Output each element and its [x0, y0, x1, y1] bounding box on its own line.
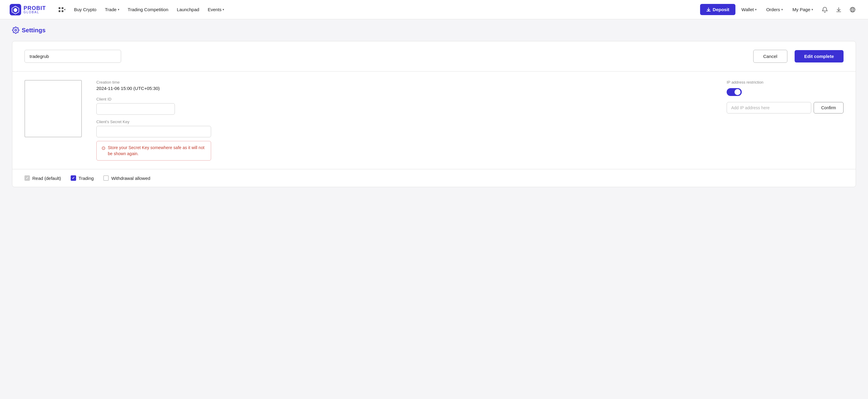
svg-rect-6 — [62, 10, 63, 12]
apps-grid-button[interactable]: ▾ — [56, 4, 68, 15]
ip-toggle[interactable] — [727, 88, 742, 96]
warning-box: ⊙ Store your Secret Key somewhere safe a… — [96, 141, 211, 161]
edit-complete-button[interactable]: Edit complete — [795, 50, 843, 63]
nav-trading-competition[interactable]: Trading Competition — [124, 4, 172, 14]
nav-trade[interactable]: Trade ▾ — [101, 4, 123, 14]
orders-chevron-icon: ▾ — [781, 8, 783, 11]
settings-title: Settings — [12, 27, 856, 34]
ip-address-input[interactable] — [727, 102, 811, 113]
apps-chevron-icon: ▾ — [64, 8, 65, 11]
api-content: Creation time 2024-11-06 15:00 (UTC+05:3… — [25, 80, 843, 161]
ip-restriction-label: IP address restriction — [727, 80, 843, 85]
nav-events[interactable]: Events ▾ — [204, 4, 228, 14]
qr-code — [25, 80, 82, 137]
notifications-button[interactable] — [819, 4, 831, 15]
wallet-chevron-icon: ▾ — [755, 8, 756, 11]
svg-rect-3 — [59, 7, 60, 9]
permission-withdrawal[interactable]: Withdrawal allowed — [103, 175, 150, 181]
svg-point-9 — [15, 29, 17, 31]
logo-icon — [10, 4, 21, 15]
logo-probit: PROBIT — [24, 5, 46, 11]
cancel-button[interactable]: Cancel — [753, 50, 787, 63]
nav-buy-crypto[interactable]: Buy Crypto — [70, 4, 100, 14]
svg-rect-5 — [59, 10, 60, 12]
client-id-input[interactable] — [96, 103, 175, 115]
permission-read[interactable]: ✓ Read (default) — [25, 175, 61, 181]
withdrawal-label: Withdrawal allowed — [111, 176, 150, 181]
creation-time-value: 2024-11-06 15:00 (UTC+05:30) — [96, 86, 712, 91]
page: Settings Cancel Edit complete Creation t… — [0, 19, 868, 194]
secret-key-label: Client's Secret Key — [96, 120, 712, 124]
events-chevron-icon: ▾ — [223, 8, 224, 11]
ip-section: IP address restriction Confirm — [727, 80, 843, 113]
ip-input-row: Confirm — [727, 102, 843, 113]
name-row: Cancel Edit complete — [25, 50, 843, 63]
warning-text: Store your Secret Key somewhere safe as … — [108, 145, 206, 157]
trading-label: Trading — [79, 176, 94, 181]
logo[interactable]: PROBIT GLOBAL — [10, 4, 46, 15]
settings-card: Cancel Edit complete Creation time 2024-… — [12, 41, 856, 187]
permission-trading[interactable]: ✓ Trading — [71, 175, 94, 181]
svg-rect-4 — [62, 7, 63, 9]
permissions-row: ✓ Read (default) ✓ Trading Withdrawal al… — [12, 169, 856, 187]
logo-global: GLOBAL — [24, 11, 46, 14]
withdrawal-checkbox[interactable] — [103, 175, 109, 181]
secret-key-input[interactable] — [96, 126, 211, 137]
header-right: Deposit Wallet ▾ Orders ▾ My Page ▾ — [700, 4, 858, 15]
trade-chevron-icon: ▾ — [118, 8, 119, 11]
client-id-label: Client ID — [96, 97, 712, 101]
deposit-button[interactable]: Deposit — [700, 4, 736, 15]
settings-icon — [12, 27, 19, 34]
name-section: Cancel Edit complete — [12, 41, 856, 71]
name-input[interactable] — [25, 50, 121, 63]
ip-toggle-row — [727, 88, 843, 96]
api-details: Creation time 2024-11-06 15:00 (UTC+05:3… — [96, 80, 712, 161]
nav-mypage[interactable]: My Page ▾ — [789, 4, 817, 14]
confirm-button[interactable]: Confirm — [814, 102, 843, 113]
read-label: Read (default) — [32, 176, 61, 181]
warning-icon: ⊙ — [101, 145, 105, 152]
header: PROBIT GLOBAL ▾ Buy Crypto Trade ▾ Tradi… — [0, 0, 868, 19]
language-button[interactable] — [847, 4, 858, 15]
trading-checkbox[interactable]: ✓ — [71, 175, 76, 181]
creation-time-label: Creation time — [96, 80, 712, 85]
nav-launchpad[interactable]: Launchpad — [173, 4, 203, 14]
nav-wallet[interactable]: Wallet ▾ — [738, 4, 760, 14]
main-nav: Buy Crypto Trade ▾ Trading Competition L… — [70, 4, 700, 14]
mypage-chevron-icon: ▾ — [811, 8, 813, 11]
download-button[interactable] — [833, 4, 844, 15]
api-section: Creation time 2024-11-06 15:00 (UTC+05:3… — [12, 71, 856, 169]
read-checkbox[interactable]: ✓ — [25, 175, 30, 181]
deposit-icon — [706, 7, 711, 12]
nav-orders[interactable]: Orders ▾ — [763, 4, 786, 14]
